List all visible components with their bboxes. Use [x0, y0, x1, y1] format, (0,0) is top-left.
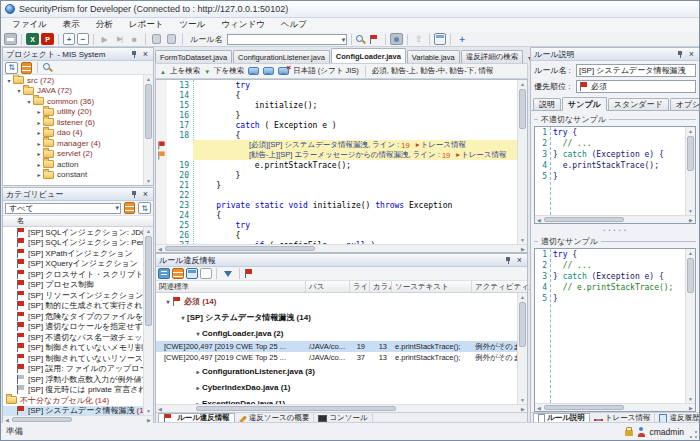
- column-header-1[interactable]: パス: [306, 281, 350, 292]
- priority-field[interactable]: 必須: [576, 80, 696, 93]
- vertical-scrollbar[interactable]: [143, 227, 153, 415]
- scroll-right-icon[interactable]: [687, 216, 695, 223]
- category-item[interactable]: [SP] 制御されていないメモリ割り当て: [3, 343, 153, 354]
- filter-icon[interactable]: [224, 271, 232, 277]
- collapse-icon[interactable]: ▾: [15, 87, 23, 94]
- scroll-down-icon[interactable]: [144, 407, 153, 415]
- vertical-scrollbar[interactable]: [143, 75, 153, 185]
- violation-group-row[interactable]: ▸ExceptionDao.java (1): [156, 395, 527, 404]
- group-by-category-icon[interactable]: [124, 202, 135, 214]
- scrollbar-thumb[interactable]: [687, 258, 694, 293]
- violation-annotation[interactable]: [勧告-上][SP] エラーメッセージからの情報漏洩, ライン :19トレース情…: [193, 150, 527, 160]
- rule-tab-3[interactable]: オプション: [670, 98, 700, 110]
- menu-item-2[interactable]: 分析: [88, 19, 121, 31]
- category-item[interactable]: [SP] XQueryインジェクション: [3, 259, 153, 270]
- editor-tab-3[interactable]: Variable.java: [407, 50, 460, 63]
- scroll-left-icon[interactable]: [156, 245, 164, 252]
- scroll-down-icon[interactable]: [686, 395, 695, 403]
- violation-marker[interactable]: [156, 141, 167, 150]
- expand-icon[interactable]: ▸: [194, 368, 202, 375]
- rule-name-field[interactable]: [SP] システムデータ情報漏洩: [576, 64, 696, 77]
- expand-icon[interactable]: ▸: [35, 129, 43, 136]
- category-item[interactable]: [SP] SQLインジェクション: JDO: [3, 227, 153, 238]
- sort-alpha-icon[interactable]: [138, 202, 151, 214]
- goto-violation-icon[interactable]: [244, 269, 253, 278]
- flat-view-icon[interactable]: [186, 268, 198, 279]
- menu-item-0[interactable]: ファイル: [4, 19, 55, 31]
- upload-icon[interactable]: [412, 33, 425, 45]
- collapse-icon[interactable]: ▾: [164, 298, 172, 305]
- vertical-scrollbar[interactable]: [517, 293, 527, 404]
- scroll-up-icon[interactable]: [686, 249, 695, 257]
- snapshot-icon[interactable]: [390, 33, 403, 45]
- stop-icon[interactable]: [128, 33, 141, 45]
- scroll-down-icon[interactable]: [518, 236, 527, 244]
- tree-item[interactable]: ▸servlet (2): [3, 149, 153, 160]
- menu-item-6[interactable]: ヘルプ: [273, 19, 315, 31]
- category-column-header[interactable]: 名: [3, 216, 153, 227]
- scroll-down-icon[interactable]: [686, 207, 695, 215]
- scrollbar-thumb[interactable]: [196, 406, 396, 411]
- scrollbar-thumb[interactable]: [12, 417, 72, 422]
- vertical-scrollbar[interactable]: [685, 249, 695, 403]
- expand-icon[interactable]: ▸: [35, 119, 43, 126]
- scroll-right-icon[interactable]: [519, 405, 527, 412]
- group-view-icon[interactable]: [158, 268, 170, 279]
- scroll-up-icon[interactable]: [144, 75, 153, 83]
- menu-item-3[interactable]: レポート: [121, 19, 172, 31]
- rule-tab-0[interactable]: 説明: [533, 98, 561, 110]
- close-icon[interactable]: [141, 50, 150, 59]
- expand-icon[interactable]: ▸: [35, 161, 43, 168]
- column-header-3[interactable]: カラム: [370, 281, 392, 292]
- close-icon[interactable]: [515, 256, 524, 265]
- category-item[interactable]: [SP] XPathインジェクション: [3, 248, 153, 259]
- tree-item[interactable]: ▸utility (20): [3, 107, 153, 118]
- scrollbar-thumb[interactable]: [519, 302, 526, 347]
- scrollbar-thumb[interactable]: [519, 89, 526, 129]
- delete-comment-icon[interactable]: [278, 67, 289, 75]
- scroll-left-icon[interactable]: [535, 404, 543, 411]
- tree-item[interactable]: ▸listener (6): [3, 117, 153, 128]
- trace-info-link[interactable]: トレース情報: [416, 140, 466, 150]
- search-rule-icon[interactable]: [356, 34, 366, 45]
- category-item[interactable]: [SP] 制御されていないリソースの使用: [3, 353, 153, 364]
- scroll-down-icon[interactable]: [518, 396, 527, 404]
- category-item[interactable]: [SP] 動的に生成されて実行されるコマンド: [3, 301, 153, 312]
- sort-alpha-icon[interactable]: [5, 62, 18, 74]
- violation-group-row[interactable]: ▾必須 (14): [156, 293, 527, 309]
- vertical-scrollbar[interactable]: [517, 80, 527, 244]
- scroll-up-icon[interactable]: [144, 227, 153, 235]
- column-header-0[interactable]: 関連標準: [156, 281, 306, 292]
- category-item[interactable]: [SP] システムデータ情報漏洩 (14): [3, 406, 153, 416]
- connect-icon[interactable]: [152, 34, 161, 44]
- good-sample-code[interactable]: 1try {2 // ...3} catch (Exception e) {4 …: [534, 248, 696, 412]
- category-item[interactable]: [SP] SQLインジェクション: Persistence: [3, 238, 153, 249]
- export-excel-icon[interactable]: [26, 33, 39, 45]
- collapse-icon[interactable]: ▾: [194, 330, 202, 337]
- violation-marker[interactable]: [156, 151, 167, 160]
- horizontal-scrollbar[interactable]: [535, 215, 695, 223]
- violation-group-row[interactable]: ▸ConfigurationListener.java (3): [156, 363, 527, 379]
- scroll-right-icon[interactable]: [687, 404, 695, 411]
- category-item[interactable]: [SP] 適切なロケールを指定せずに、ロケー: [3, 322, 153, 333]
- scrollbar-thumb[interactable]: [544, 217, 624, 222]
- fullscreen-icon[interactable]: [455, 33, 468, 45]
- sample-splitter[interactable]: [534, 226, 696, 233]
- run-selection-icon[interactable]: [113, 33, 126, 45]
- expand-icon[interactable]: ▸: [35, 140, 43, 147]
- close-icon[interactable]: [141, 190, 150, 199]
- scroll-right-icon[interactable]: [519, 245, 527, 252]
- category-item[interactable]: [SP] 浮動小数点数入力が例外値でない: [3, 374, 153, 385]
- new-view-icon[interactable]: [200, 268, 212, 279]
- pin-icon[interactable]: [130, 190, 138, 199]
- rule-tab-1[interactable]: サンプル: [562, 97, 607, 111]
- horizontal-scrollbar[interactable]: [3, 415, 153, 423]
- add-comment-icon[interactable]: [248, 67, 259, 75]
- tree-item[interactable]: ▸constant: [3, 170, 153, 181]
- tree-item[interactable]: ▸manager (4): [3, 138, 153, 149]
- horizontal-scrollbar[interactable]: [535, 403, 695, 411]
- find-up-icon[interactable]: [160, 67, 166, 76]
- expand-icon[interactable]: ▸: [35, 150, 43, 157]
- code-lines[interactable]: 13 try14 {15 initialize();16 }17 catch (…: [156, 80, 527, 244]
- scroll-up-icon[interactable]: [518, 293, 527, 301]
